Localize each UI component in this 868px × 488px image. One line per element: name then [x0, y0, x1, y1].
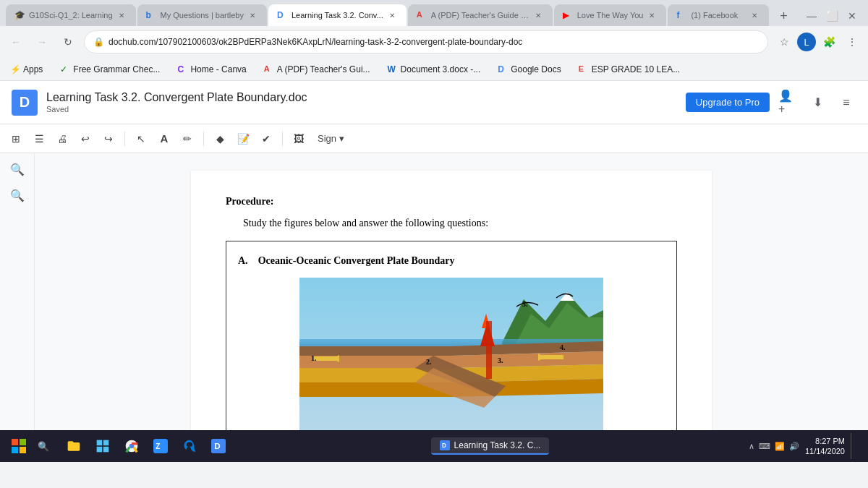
download-icon[interactable]: ⬇: [807, 93, 827, 113]
section-label: A.: [238, 255, 248, 266]
tab-title-bartleby: My Questions | bartleby: [161, 11, 244, 20]
apps-favicon: ⚡: [10, 64, 20, 74]
tab-title-learning: Learning Task 3.2. Conv...: [292, 11, 383, 20]
taskbar-pinned-icons: Z D: [61, 433, 231, 459]
annotation-icon[interactable]: 📝: [233, 129, 253, 149]
doc-sidebar: 🔍 🔍: [0, 153, 35, 430]
reload-button[interactable]: ↻: [58, 32, 78, 52]
grid-view-icon[interactable]: ⊞: [6, 129, 26, 149]
image-icon[interactable]: 🖼: [289, 129, 309, 149]
taskbar-dochub-icon[interactable]: D: [205, 433, 231, 459]
list-view-icon[interactable]: ☰: [29, 129, 49, 149]
tab-learning-task[interactable]: D Learning Task 3.2. Conv... ✕: [268, 4, 407, 26]
taskbar-zoom-icon[interactable]: Z: [148, 433, 174, 459]
tab-title-yt: Love The Way You: [577, 11, 644, 20]
svg-rect-27: [12, 439, 18, 445]
tab-close-learning[interactable]: ✕: [386, 9, 398, 21]
checkmark-icon[interactable]: ✔: [256, 129, 276, 149]
esp-favicon: E: [579, 64, 589, 74]
tab-close-yt[interactable]: ✕: [646, 9, 658, 21]
taskbar-speaker-icon[interactable]: 🔊: [789, 442, 799, 451]
toolbar-separator-3: [282, 132, 283, 146]
pen-icon[interactable]: ✏: [177, 129, 197, 149]
bookmark-canva[interactable]: C Home - Canva: [173, 63, 250, 76]
tab-youtube[interactable]: ▶ Love The Way You ✕: [554, 4, 667, 26]
print-icon[interactable]: 🖨: [52, 129, 72, 149]
taskbar-time-display: 8:27 PM: [805, 436, 845, 446]
section-title: A. Oceanic-Oceanic Convergent Plate Boun…: [238, 253, 665, 269]
taskbar-wifi-icon[interactable]: 📶: [775, 442, 785, 451]
canva-favicon: C: [177, 64, 187, 74]
taskbar-time[interactable]: 8:27 PM 11/14/2020: [805, 436, 845, 457]
zoom-out-icon[interactable]: 🔍: [7, 185, 27, 205]
bookmark-star-icon[interactable]: ☆: [774, 32, 794, 52]
bookmark-teacher-pdf[interactable]: A A (PDF) Teacher's Gui...: [260, 63, 375, 76]
bookmark-apps[interactable]: ⚡ Apps: [6, 63, 47, 76]
tab-title-g10sci: G10Sci-Q1_2: Learning: [29, 11, 113, 20]
tab-facebook[interactable]: f (1) Facebook ✕: [668, 4, 769, 26]
toolbar-separator-1: [124, 132, 125, 146]
minimize-button[interactable]: —: [801, 6, 822, 26]
taskbar-right: ∧ ⌨ 📶 🔊 8:27 PM 11/14/2020: [749, 433, 862, 459]
tab-favicon-pdf: A: [417, 10, 427, 20]
taskbar-date-display: 11/14/2020: [805, 446, 845, 456]
show-desktop-button[interactable]: [851, 433, 856, 459]
bookmarks-bar: ⚡ Apps ✓ Free Grammar Chec... C Home - C…: [0, 58, 868, 81]
tab-bar: 🎓 G10Sci-Q1_2: Learning ✕ b My Questions…: [0, 0, 868, 26]
redo-icon[interactable]: ↪: [98, 129, 119, 149]
bookmark-gdocs[interactable]: D Google Docs: [493, 63, 565, 76]
taskbar-active-app[interactable]: D Learning Task 3.2. C...: [431, 437, 550, 455]
svg-text:1.: 1.: [311, 354, 317, 362]
tab-close-bartleby[interactable]: ✕: [247, 9, 258, 21]
diagram-container: 1. 2. 3. 4.: [238, 278, 665, 430]
restore-button[interactable]: ⬜: [822, 6, 842, 26]
extensions-icon[interactable]: 🧩: [819, 32, 839, 52]
new-tab-button[interactable]: +: [773, 6, 793, 26]
toolbar: ⊞ ☰ 🖨 ↩ ↪ ↖ A ✏ ◆ 📝 ✔ 🖼 Sign ▾: [0, 124, 868, 153]
tab-title-fb: (1) Facebook: [691, 11, 746, 20]
zoom-in-icon[interactable]: 🔍: [7, 159, 27, 179]
upgrade-to-pro-button[interactable]: Upgrade to Pro: [686, 93, 770, 112]
doc-content[interactable]: Procedure: Study the figures below and a…: [35, 153, 868, 430]
share-icon[interactable]: 👤+: [778, 93, 799, 113]
bookmark-apps-label: Apps: [23, 64, 43, 74]
tab-title-pdf: A (PDF) Teacher's Guide f...: [431, 11, 529, 20]
taskbar-search[interactable]: 🔍: [32, 438, 55, 455]
sign-button[interactable]: Sign ▾: [312, 132, 350, 145]
bookmark-docx[interactable]: W Document 3.docx -...: [383, 63, 485, 76]
taskbar: 🔍 Z D D Learning Task 3.2. C... ∧ ⌨: [0, 430, 868, 462]
toolbar-separator-2: [203, 132, 204, 146]
start-button[interactable]: [6, 433, 32, 459]
close-button[interactable]: ✕: [842, 6, 862, 26]
more-options-icon[interactable]: ⋮: [842, 32, 862, 52]
taskbar-grid-icon[interactable]: [90, 433, 116, 459]
tab-close-pdf[interactable]: ✕: [532, 9, 544, 21]
text-icon[interactable]: A: [154, 129, 174, 149]
tab-close-g10sci[interactable]: ✕: [116, 9, 127, 21]
svg-rect-31: [97, 440, 103, 446]
more-menu-icon[interactable]: ≡: [836, 93, 856, 113]
bookmark-esp[interactable]: E ESP GRADE 10 LEA...: [574, 63, 685, 76]
svg-rect-33: [97, 447, 103, 453]
address-text: dochub.com/107902100603/ok2BPdERPa3Nek6K…: [109, 37, 759, 47]
back-button[interactable]: ←: [6, 32, 26, 52]
taskbar-edge-icon[interactable]: [176, 433, 203, 459]
taskbar-app-label: Learning Task 3.2. C...: [454, 440, 541, 450]
search-icon: 🔍: [38, 441, 49, 452]
taskbar-up-arrow[interactable]: ∧: [749, 442, 754, 451]
address-box[interactable]: 🔒 dochub.com/107902100603/ok2BPdERPa3Nek…: [84, 30, 768, 53]
profile-icon[interactable]: L: [797, 33, 816, 51]
tab-g10sci[interactable]: 🎓 G10Sci-Q1_2: Learning ✕: [6, 4, 136, 26]
bookmark-grammar[interactable]: ✓ Free Grammar Chec...: [56, 63, 164, 76]
cursor-icon[interactable]: ↖: [131, 129, 151, 149]
browser-chrome: 🎓 G10Sci-Q1_2: Learning ✕ b My Questions…: [0, 0, 868, 81]
tab-bartleby[interactable]: b My Questions | bartleby ✕: [137, 4, 267, 26]
tab-pdf-teacher[interactable]: A A (PDF) Teacher's Guide f... ✕: [408, 4, 553, 26]
taskbar-chrome-icon[interactable]: [119, 433, 145, 459]
taskbar-file-explorer[interactable]: [61, 433, 87, 459]
highlight-icon[interactable]: ◆: [210, 129, 230, 149]
tab-close-fb[interactable]: ✕: [749, 9, 760, 21]
tab-favicon-g10sci: 🎓: [14, 10, 25, 20]
forward-button[interactable]: →: [32, 32, 52, 52]
undo-icon[interactable]: ↩: [75, 129, 95, 149]
